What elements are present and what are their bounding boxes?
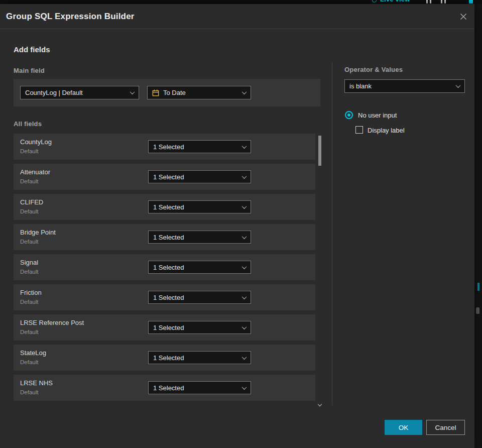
radio-selected-icon <box>345 111 353 119</box>
scrollbar-thumb[interactable] <box>318 136 321 166</box>
main-field-dropdown[interactable]: CountyLog | Default <box>20 86 139 99</box>
live-view-label: Live view <box>380 0 410 3</box>
field-subtitle: Default <box>20 148 38 154</box>
field-subtitle: Default <box>20 329 38 335</box>
field-row: Friction Default 1 Selected <box>14 284 315 310</box>
field-subtitle: Default <box>20 269 38 275</box>
close-button[interactable] <box>459 12 468 21</box>
no-user-input-label: No user input <box>358 111 397 119</box>
field-selected-dropdown[interactable]: 1 Selected <box>148 381 251 394</box>
field-row: Attenuator Default 1 Selected <box>14 164 315 190</box>
field-selected-dropdown[interactable]: 1 Selected <box>148 200 251 213</box>
field-name: Signal <box>20 259 38 266</box>
chevron-down-icon <box>242 264 247 269</box>
field-selected-dropdown[interactable]: 1 Selected <box>148 261 251 274</box>
field-row: Bridge Point Default 1 Selected <box>14 224 315 250</box>
main-field-panel: CountyLog | Default To Date <box>14 79 320 106</box>
toolbar-bar-icon <box>430 0 431 4</box>
chevron-down-icon <box>456 83 461 88</box>
field-row: CLIFED Default 1 Selected <box>14 194 315 220</box>
chevron-down-icon <box>242 234 247 239</box>
field-selected-dropdown[interactable]: 1 Selected <box>148 321 251 334</box>
background-mark <box>477 283 479 291</box>
main-field-label: Main field <box>14 67 45 74</box>
field-name: StateLog <box>20 349 46 357</box>
cancel-button[interactable]: Cancel <box>426 420 465 435</box>
field-selected-value: 1 Selected <box>153 354 238 362</box>
date-dropdown-value: To Date <box>163 89 238 96</box>
close-icon <box>459 13 467 21</box>
field-selected-dropdown[interactable]: 1 Selected <box>148 140 251 153</box>
operator-dropdown-value: is blank <box>349 82 452 90</box>
toolbar-bar-icon <box>469 0 473 4</box>
main-field-dropdown-value: CountyLog | Default <box>25 89 127 96</box>
field-name: LRSE Reference Post <box>20 319 84 326</box>
chevron-down-icon <box>242 89 247 94</box>
all-fields-label: All fields <box>14 120 42 128</box>
field-selected-value: 1 Selected <box>153 384 238 392</box>
chevron-down-icon <box>242 294 247 299</box>
field-row: Signal Default 1 Selected <box>14 254 315 280</box>
background-app-edge <box>474 4 482 448</box>
field-selected-value: 1 Selected <box>153 234 238 241</box>
live-view-icon <box>372 0 377 3</box>
background-app-strip: Live view <box>0 0 482 4</box>
chevron-down-icon <box>242 355 247 360</box>
dialog-title: Group SQL Expression Builder <box>6 12 135 22</box>
field-selected-value: 1 Selected <box>153 173 238 181</box>
field-subtitle: Default <box>20 299 38 305</box>
scrollbar-down-button[interactable] <box>318 403 322 407</box>
field-subtitle: Default <box>20 359 38 365</box>
field-row: StateLog Default 1 Selected <box>14 345 315 371</box>
date-field-dropdown[interactable]: To Date <box>147 86 251 99</box>
field-selected-dropdown[interactable]: 1 Selected <box>148 170 251 183</box>
background-mark <box>476 307 479 314</box>
calendar-icon <box>152 89 159 96</box>
chevron-down-icon <box>242 174 247 179</box>
field-subtitle: Default <box>20 389 38 395</box>
field-name: Attenuator <box>20 168 50 176</box>
chevron-down-icon <box>242 144 247 149</box>
field-subtitle: Default <box>20 239 38 245</box>
operator-values-label: Operator & Values <box>344 66 403 73</box>
field-selected-dropdown[interactable]: 1 Selected <box>148 351 251 364</box>
field-name: CLIFED <box>20 198 43 206</box>
toolbar-bar-icon <box>441 0 442 4</box>
field-subtitle: Default <box>20 208 38 214</box>
chevron-down-icon <box>242 324 247 329</box>
field-name: Friction <box>20 289 42 296</box>
field-name: Bridge Point <box>20 229 56 236</box>
field-name: LRSE NHS <box>20 379 53 387</box>
chevron-down-icon <box>318 402 322 406</box>
vertical-divider <box>332 63 332 405</box>
field-subtitle: Default <box>20 178 38 184</box>
field-selected-value: 1 Selected <box>153 294 238 301</box>
chevron-down-icon <box>242 385 247 390</box>
list-scrollbar[interactable] <box>317 134 322 409</box>
field-selected-value: 1 Selected <box>153 264 238 271</box>
field-selected-value: 1 Selected <box>153 203 238 211</box>
display-label-label: Display label <box>368 127 405 134</box>
field-selected-value: 1 Selected <box>153 324 238 331</box>
chevron-down-icon <box>242 204 247 209</box>
dialog-header: Group SQL Expression Builder <box>0 4 474 29</box>
toolbar-bar-icon <box>426 0 428 4</box>
ok-button[interactable]: OK <box>385 420 422 435</box>
field-row: LRSE Reference Post Default 1 Selected <box>14 314 315 341</box>
operator-dropdown[interactable]: is blank <box>344 79 465 93</box>
field-row: CountyLog Default 1 Selected <box>14 134 315 160</box>
field-selected-value: 1 Selected <box>153 143 238 151</box>
toolbar-bar-icon <box>444 0 446 4</box>
chevron-down-icon <box>130 89 135 94</box>
field-selected-dropdown[interactable]: 1 Selected <box>148 231 251 244</box>
field-selected-dropdown[interactable]: 1 Selected <box>148 291 251 304</box>
sql-expression-builder-dialog: Group SQL Expression Builder Add fields … <box>0 4 474 448</box>
field-row: LRSE NHS Default 1 Selected <box>14 375 315 401</box>
all-fields-list: CountyLog Default 1 Selected Attenuator … <box>14 134 315 405</box>
checkbox-unchecked-icon <box>355 126 363 134</box>
add-fields-heading: Add fields <box>14 45 50 54</box>
field-name: CountyLog <box>20 138 52 146</box>
